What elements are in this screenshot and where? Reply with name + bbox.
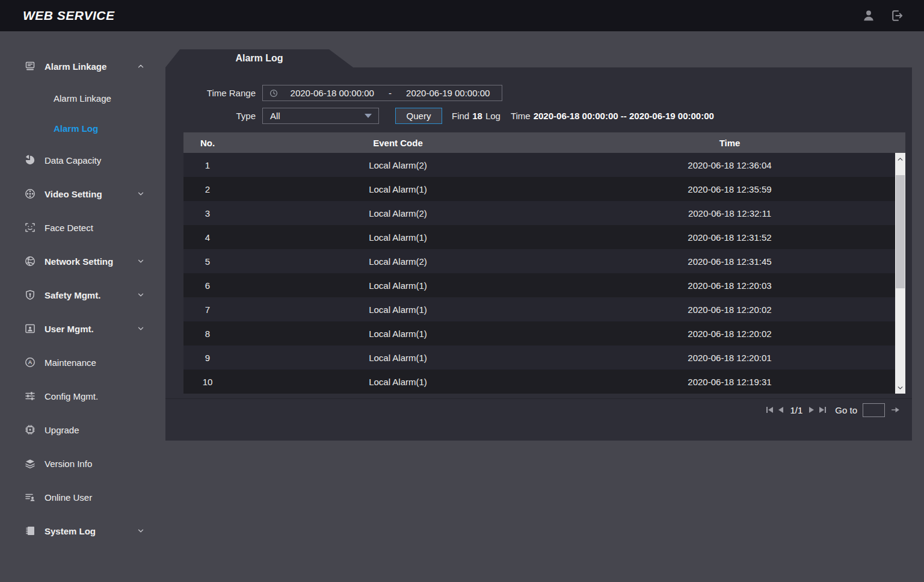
time-range-row: Time Range 2020-06-18 00:00:00 - 2020-06… [165,85,502,101]
cell-no: 9 [183,353,232,363]
sidebar-item-label: Alarm Log [54,123,98,134]
sidebar-item-data-capacity[interactable]: Data Capacity [0,143,165,177]
sidebar: Alarm Linkage Alarm Linkage Alarm Log Da… [0,31,165,582]
goto-arrow-icon[interactable] [890,404,901,415]
upgrade-icon [24,424,36,436]
scroll-down-button[interactable] [895,382,905,394]
cell-event-code: Local Alarm(1) [232,377,564,387]
spacer [504,111,508,121]
dropdown-arrow-icon [365,114,372,118]
sidebar-item-label: Online User [45,492,92,503]
goto-label: Go to [835,405,857,415]
table-row: 7 Local Alarm(1) 2020-06-18 12:20:02 [183,297,905,321]
scrollbar-thumb[interactable] [896,175,905,288]
user-account-icon[interactable] [861,8,876,23]
cell-no: 3 [183,208,232,218]
table-row: 9 Local Alarm(1) 2020-06-18 12:20:01 [183,345,905,370]
clock-icon [269,88,279,98]
sidebar-item-label: Network Setting [45,256,113,267]
sidebar-item-label: System Log [45,526,96,536]
time-range-input[interactable]: 2020-06-18 00:00:00 - 2020-06-19 00:00:0… [262,85,502,101]
first-page-button[interactable] [766,406,773,414]
time-end-value[interactable]: 2020-06-19 00:00:00 [395,88,502,98]
type-select[interactable]: All [262,108,379,124]
cell-no: 5 [183,256,232,267]
app-logo: WEB SERVICE [23,8,115,23]
sidebar-item-video-setting[interactable]: Video Setting [0,177,165,211]
chevron-down-icon [137,527,145,535]
sidebar-item-version-info[interactable]: Version Info [0,447,165,480]
time-start-value[interactable]: 2020-06-18 00:00:00 [279,88,386,98]
sidebar-item-label: Version Info [45,459,92,469]
goto-page-input[interactable] [863,403,885,417]
column-header-no: No. [183,138,232,148]
sidebar-item-upgrade[interactable]: Upgrade [0,413,165,447]
sidebar-item-config-mgmt[interactable]: Config Mgmt. [0,379,165,413]
query-button[interactable]: Query [395,108,442,124]
table-row: 3 Local Alarm(2) 2020-06-18 12:32:11 [183,201,905,225]
sidebar-item-maintenance[interactable]: A Maintenance [0,345,165,379]
table-row: 5 Local Alarm(2) 2020-06-18 12:31:45 [183,249,905,273]
sidebar-item-alarm-linkage[interactable]: Alarm Linkage [0,49,165,83]
pagination: 1/1 Go to [766,402,901,418]
config-mgmt-icon [24,390,36,402]
next-page-button[interactable] [809,406,814,414]
chevron-up-icon [137,62,145,70]
cell-event-code: Local Alarm(1) [232,280,564,291]
alarm-log-panel: Time Range 2020-06-18 00:00:00 - 2020-06… [165,67,912,441]
user-mgmt-icon [24,323,36,335]
result-prefix: Find [452,111,469,121]
network-setting-icon [24,255,36,267]
result-time-label: Time [511,111,531,121]
system-log-icon [24,525,36,537]
cell-event-code: Local Alarm(1) [232,329,564,339]
sidebar-item-label: Alarm Linkage [54,93,111,104]
result-time-value: 2020-06-18 00:00:00 -- 2020-06-19 00:00:… [534,111,714,121]
video-setting-icon [24,188,36,200]
sidebar-item-alarm-log[interactable]: Alarm Log [0,113,165,143]
prev-page-button[interactable] [778,406,783,414]
cell-no: 7 [183,305,232,315]
sidebar-item-online-user[interactable]: Online User [0,480,165,514]
face-detect-icon [24,221,36,234]
alarm-linkage-icon [24,60,36,72]
alarm-log-table: No. Event Code Time 1 Local Alarm(2) 202… [183,132,905,394]
page-indicator: 1/1 [790,405,802,415]
footer-divider [165,398,912,399]
cell-event-code: Local Alarm(1) [232,305,564,315]
table-scrollbar[interactable] [895,153,905,394]
cell-time: 2020-06-18 12:20:02 [564,329,895,339]
chevron-down-icon [137,291,145,299]
scroll-up-button[interactable] [895,153,905,165]
table-row: 4 Local Alarm(1) 2020-06-18 12:31:52 [183,225,905,249]
type-label: Type [165,111,256,121]
logout-icon[interactable] [889,8,904,23]
sidebar-item-label: User Mgmt. [45,324,94,334]
sidebar-item-alarm-linkage[interactable]: Alarm Linkage [0,83,165,113]
tab-alarm-log[interactable]: Alarm Log [165,49,353,67]
safety-mgmt-icon [24,289,36,301]
cell-time: 2020-06-18 12:19:31 [564,377,895,387]
chevron-down-icon [137,190,145,198]
sidebar-item-network-setting[interactable]: Network Setting [0,244,165,278]
column-header-event-code: Event Code [232,138,564,148]
sidebar-item-label: Safety Mgmt. [45,290,100,300]
cell-event-code: Local Alarm(1) [232,353,564,363]
cell-time: 2020-06-18 12:20:03 [564,280,895,291]
online-user-icon [24,491,36,503]
type-query-row: Type All Query Find 18 Log Time 2020-06-… [165,108,714,124]
sidebar-item-label: Upgrade [45,425,79,435]
sidebar-item-system-log[interactable]: System Log [0,514,165,548]
result-count: 18 [472,111,482,121]
sidebar-item-user-mgmt[interactable]: User Mgmt. [0,312,165,345]
sidebar-item-face-detect[interactable]: Face Detect [0,211,165,244]
tab-label: Alarm Log [235,53,283,64]
sidebar-item-label: Maintenance [45,358,96,368]
cell-time: 2020-06-18 12:20:01 [564,353,895,363]
cell-time: 2020-06-18 12:31:52 [564,232,895,243]
sidebar-item-label: Alarm Linkage [45,61,106,72]
cell-no: 1 [183,160,232,170]
cell-no: 10 [183,377,232,387]
last-page-button[interactable] [819,406,826,414]
sidebar-item-safety-mgmt[interactable]: Safety Mgmt. [0,278,165,312]
